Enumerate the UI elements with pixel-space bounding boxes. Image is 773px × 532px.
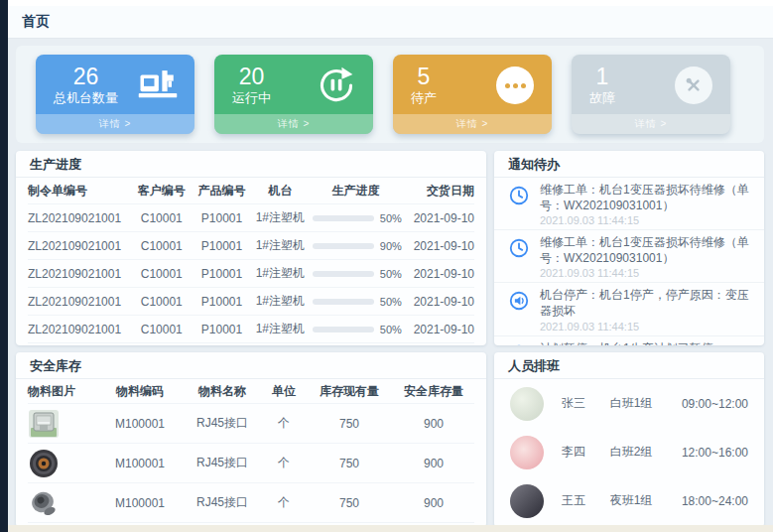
speaker-icon [508,343,530,345]
round-speaker-photo [28,448,60,479]
waiting-value: 5 [418,64,431,89]
progress-bar [313,299,374,305]
safety-stock-title: 安全库存 [16,352,486,379]
col-material-image: 物料图片 [28,383,97,400]
notifications-panel: 通知待办 维修工单：机台1变压器损坏待维修（单号：WX202109031001）… [494,151,764,345]
production-row: ZL202109021001 C10001 P10001 1#注塑机 50% 2… [28,288,474,316]
notification-text: 维修工单：机台1变压器损坏待维修（单号：WX202109031001） [540,235,752,266]
avatar [510,436,544,469]
waiting-label: 待产 [411,89,437,107]
production-row: ZL202109021001 C10001 P10001 1#注塑机 50% 2… [28,316,474,343]
total-machines-label: 总机台数量 [54,89,118,107]
col-progress: 生产进度 [309,183,403,200]
stat-card-fault[interactable]: 1 故障 详情 > [572,55,730,134]
machine-icon [137,65,179,106]
rj45-connector-photo [28,408,60,440]
person-name: 张三 [562,395,610,412]
shift-label: 白班1组 [610,395,682,412]
dashboard-content: 26 总机台数量 详情 > [8,39,773,525]
inventory-row: M100001 RJ45接口 个 750 900 [28,483,474,523]
running-value: 20 [239,64,265,89]
cone-speaker-photo [28,487,60,519]
col-machine: 机台 [252,183,309,200]
col-material-name: 物料名称 [183,383,262,400]
safety-stock-panel: 安全库存 物料图片 物料编码 物料名称 单位 库存现有量 安全库存量 [16,352,486,527]
ellipsis-circle-icon [494,65,536,106]
notifications-title: 通知待办 [494,151,764,178]
notification-text: 计划暂停：机台1生产计划已暂停 [540,341,752,345]
production-table: 制令单编号 客户编号 产品编号 机台 生产进度 交货日期 ZL202109021… [16,178,486,343]
shift-label: 白班2组 [610,444,682,461]
col-material-code: 物料编码 [97,383,183,400]
col-stock-qty: 库存现有量 [306,383,393,400]
notification-time: 2021.09.03 11:44:15 [540,321,752,332]
page-title: 首页 [22,13,50,31]
production-progress-title: 生产进度 [16,151,486,178]
personnel-schedule-title: 人员排班 [494,352,764,379]
avatar [510,484,544,518]
production-row: ZL202109021001 C10001 P10001 1#注塑机 90% 2… [28,232,474,260]
notification-text: 维修工单：机台1变压器损坏待维修（单号：WX202109031001） [540,183,752,213]
production-row: ZL202109021001 C10001 P10001 1#注塑机 50% 2… [28,260,474,288]
notification-item[interactable]: 计划暂停：机台1生产计划已暂停 2021.09.03 11:44:15 [494,336,764,345]
shift-time: 12:00~16:00 [682,446,748,460]
notification-text: 机台停产：机台1停产，停产原因：变压器损坏 [540,288,752,319]
inventory-row: M100001 RJ45接口 个 750 900 [28,444,474,483]
stat-card-running[interactable]: 20 运行中 详情 > [214,55,373,134]
running-cycle-icon [316,65,357,106]
stat-card-total-machines[interactable]: 26 总机台数量 详情 > [36,55,194,134]
notification-item[interactable]: 维修工单：机台1变压器损坏待维修（单号：WX202109031001） 2021… [494,178,764,230]
inventory-row: M100001 RJ45接口 个 750 900 [28,404,474,444]
safety-stock-header: 物料图片 物料编码 物料名称 单位 库存现有量 安全库存量 [28,379,474,404]
notification-item[interactable]: 维修工单：机台1变压器损坏待维修（单号：WX202109031001） 2021… [494,230,764,283]
stat-card-waiting[interactable]: 5 待产 详情 > [393,55,552,134]
page-header: 首页 [8,6,773,39]
clock-icon [508,185,530,206]
total-machines-value: 26 [73,64,99,89]
progress-bar [313,243,374,249]
col-delivery-date: 交货日期 [403,183,474,200]
fault-detail-link[interactable]: 详情 > [572,114,730,134]
running-label: 运行中 [232,89,271,107]
sidebar-edge [0,0,8,532]
col-product-no: 产品编号 [192,183,252,200]
personnel-schedule-panel: 人员排班 张三 白班1组 09:00~12:00 李四 白班2组 12:00~1… [494,352,764,527]
production-progress-panel: 生产进度 制令单编号 客户编号 产品编号 机台 生产进度 交货日期 ZL2021… [16,151,486,345]
fault-label: 故障 [589,89,615,107]
safety-stock-table: 物料图片 物料编码 物料名称 单位 库存现有量 安全库存量 [16,379,486,523]
clock-icon [508,237,530,259]
notification-time: 2021.09.03 11:44:15 [540,214,752,226]
production-table-header: 制令单编号 客户编号 产品编号 机台 生产进度 交货日期 [28,178,474,204]
col-unit: 单位 [262,383,306,400]
progress-bar [313,327,374,332]
bottom-window-strip [8,525,773,532]
schedule-row: 李四 白班2组 12:00~16:00 [494,428,764,476]
avatar [510,387,544,421]
person-name: 李四 [562,444,610,461]
notification-item[interactable]: 机台停产：机台1停产，停产原因：变压器损坏 2021.09.03 11:44:1… [494,283,764,335]
progress-bar [313,271,374,277]
fault-value: 1 [596,64,609,89]
person-name: 王五 [562,492,610,509]
col-safety-qty: 安全库存量 [393,383,474,400]
shift-label: 夜班1组 [610,492,682,509]
total-machines-detail-link[interactable]: 详情 > [36,114,194,134]
shift-time: 18:00~24:00 [682,494,748,508]
shift-time: 09:00~12:00 [682,397,748,411]
col-customer-no: 客户编号 [131,183,192,200]
progress-bar [313,215,374,221]
schedule-row: 王五 夜班1组 18:00~24:00 [494,476,764,525]
schedule-row: 张三 白班1组 09:00~12:00 [494,379,764,428]
notification-time: 2021.09.03 11:44:15 [540,267,752,279]
production-row: ZL202109021001 C10001 P10001 1#注塑机 50% 2… [28,204,474,232]
speaker-icon [508,290,530,312]
repair-tools-icon [673,65,714,106]
stats-cards-panel: 26 总机台数量 详情 > [16,46,764,143]
col-order-no: 制令单编号 [28,183,131,200]
running-detail-link[interactable]: 详情 > [214,114,373,134]
waiting-detail-link[interactable]: 详情 > [393,114,552,134]
